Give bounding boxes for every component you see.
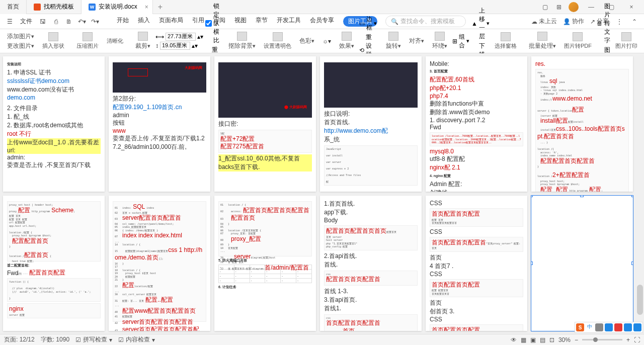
word-count[interactable]: 字数: 1090 <box>41 335 69 344</box>
tab-insert[interactable]: 插入 <box>138 16 150 27</box>
ime-zh-button[interactable]: 中 <box>586 323 594 331</box>
hamburger-icon[interactable]: ☰ <box>5 17 14 26</box>
brightness-button[interactable]: ☼▾ <box>319 38 334 45</box>
apps-icon[interactable]: ⊞ <box>554 3 564 12</box>
titlebar: 首页 找稻壳模板 安装说明.docx + ▢ ⊞ — ▢ × <box>0 0 644 14</box>
spellcheck-button[interactable]: ☑拼写检查▾ <box>75 335 112 344</box>
save-icon[interactable]: 🖫 <box>38 17 47 26</box>
to-pdf-button[interactable]: 图片转PDF <box>561 32 595 50</box>
tab-reference[interactable]: 引用 <box>192 16 204 27</box>
search-input[interactable]: 🔍 查找命令、搜索模板 <box>385 16 466 27</box>
lock-ratio-checkbox[interactable]: 锁定纵横比 <box>205 2 219 45</box>
person-icon: 👤 <box>563 18 571 25</box>
effects-button[interactable]: 效果▾ <box>336 32 357 50</box>
sharpen-button[interactable]: 清晰化 <box>104 37 126 45</box>
view-mode-1[interactable]: ▦ <box>521 336 526 343</box>
tab-vip[interactable]: 会员专享 <box>310 16 334 27</box>
fullscreen-icon[interactable]: ⛶ <box>634 336 640 343</box>
page-thumb-10[interactable]: 1.首页首线. app下载. Body 配置首页配置首页首页配置首页首页 ser… <box>320 196 422 331</box>
eye-icon[interactable]: 👁 <box>511 336 517 343</box>
page-thumb-12[interactable] <box>531 196 633 331</box>
zoom-in-button[interactable]: + <box>626 336 630 343</box>
ime-icon-1[interactable] <box>595 323 603 331</box>
statusbar: 页面: 12/12 字数: 1090 ☑拼写检查▾ ☑内容检查▾ 👁 ▦ ▣ ▤… <box>0 334 644 345</box>
cloud-icon: ☁ <box>531 18 537 25</box>
ime-icon-5[interactable] <box>633 323 641 331</box>
page-indicator[interactable]: 页面: 12/12 <box>4 335 35 344</box>
preview-icon[interactable]: 🗎 <box>64 17 73 26</box>
close-button[interactable]: × <box>624 4 639 11</box>
collab-button[interactable]: 👤协作 <box>563 17 584 26</box>
view-mode-2[interactable]: ▣ <box>530 336 536 343</box>
search-icon: 🔍 <box>391 18 398 25</box>
batch-button[interactable]: 批量处理▾ <box>526 32 559 50</box>
insert-shape-button[interactable]: 插入形状 <box>39 32 67 50</box>
tab-document[interactable]: 安装说明.docx <box>82 0 153 14</box>
compress-button[interactable]: 压缩图片 <box>73 32 102 50</box>
height-input[interactable] <box>160 42 190 50</box>
ime-icon-3[interactable] <box>614 323 622 331</box>
file-menu[interactable]: 文件 <box>18 17 34 26</box>
tab-dev[interactable]: 开发工具 <box>277 16 301 27</box>
contentcheck-button[interactable]: ☑内容检查▾ <box>118 335 155 344</box>
workspace: 安装说明 1. 申请SSL 证书 sslsslssl证书demo.com www… <box>0 53 636 334</box>
forward-button[interactable]: ▲上移一层▾ <box>471 7 490 41</box>
print-icon[interactable]: ⎙ <box>51 17 60 26</box>
page-thumb-3[interactable]: ⬤ 大剧源码网 接口密: 1配配置+72配置配置7275配置首 1_配置ssl.… <box>214 56 316 192</box>
redo-icon[interactable]: ↷▾ <box>91 17 100 26</box>
view-mode-4[interactable]: ⊡ <box>549 336 554 343</box>
page-thumb-6[interactable]: res. res. 服务 linux sql java index: 页数 - … <box>531 56 633 192</box>
print-image-button[interactable]: 图片打印 <box>612 32 640 50</box>
page-thumb-7[interactable]: proxy_set host | header host;proxy_配置 ht… <box>3 196 105 331</box>
tab-chapter[interactable]: 章节 <box>256 16 268 27</box>
share-icon: ↗ <box>590 18 595 25</box>
page-thumb-9[interactable]: 01 location / {02 access: 配置首页配置首页配置首03 … <box>214 196 316 331</box>
cloud-button[interactable]: ☁未上云 <box>531 17 557 26</box>
add-image-button[interactable]: 添加图片▾更改图片▾ <box>4 32 37 50</box>
ribbon: 添加图片▾更改图片▾ 插入形状 压缩图片 清晰化 裁剪▾ ⟷▴▾ ↕▴▾ 锁定纵… <box>0 29 644 53</box>
group-button[interactable]: ⊞组合▾ <box>452 33 469 50</box>
page-thumb-2[interactable]: 大剧源码网 第2部分: 配置99.190_1.109首页.cn admin 按钮… <box>109 56 210 192</box>
page-thumb-5[interactable]: Mobile: 3. 首页配置 配置配置,60首线 php配+20.1 php7… <box>426 56 527 192</box>
page-thumb-1[interactable]: 安装说明 1. 申请SSL 证书 sslsslssl证书demo.com www… <box>3 56 105 192</box>
ime-icon-4[interactable] <box>624 323 632 331</box>
layout-icon[interactable]: ▢ <box>540 3 549 12</box>
chevron-up-icon[interactable]: ⌃ <box>630 17 639 26</box>
transparent-button[interactable]: 设置透明色 <box>261 32 294 50</box>
width-input[interactable] <box>166 33 196 41</box>
tab-layout[interactable]: 页面布局 <box>159 16 183 27</box>
align-button[interactable]: 对齐▾ <box>406 37 427 45</box>
select-pane-button[interactable]: 选择窗格 <box>492 32 520 50</box>
remove-bg-button[interactable]: 抠除背景▾ <box>225 32 259 50</box>
wrap-button[interactable]: 环绕▾ <box>429 32 450 50</box>
avatar[interactable] <box>569 2 579 12</box>
to-text-button[interactable]: 🗎图片转文字 <box>597 2 610 45</box>
page-thumb-4[interactable]: 接口说明: 首页首线. http://www.demo.com配 系_统 Jav… <box>320 56 422 192</box>
new-tab-button[interactable]: + <box>153 3 168 12</box>
border-button[interactable]: ▭边框▾ <box>359 15 377 32</box>
view-mode-3[interactable]: ▤ <box>540 336 545 343</box>
crop-button[interactable]: 裁剪▾ <box>132 32 153 50</box>
page-thumb-11[interactable]: CSS 首页配置首页配置配置 首页首页配置首页配置首首 CSS 首页配置首页配置… <box>426 196 527 331</box>
page-thumb-8[interactable]: 01 index: SQL index02 首页 = socket.配置03 s… <box>109 196 210 331</box>
rotate-button[interactable]: 旋转▾ <box>383 32 404 50</box>
menubar: ☰ 文件 🖫 ⎙ 🗎 ↶▾ ↷▾ 开始 插入 页面布局 引用 审阅 视图 章节 … <box>0 14 644 29</box>
more-icon[interactable]: ⋮ <box>615 17 624 26</box>
color-button[interactable]: 色彩▾ <box>296 37 317 45</box>
tab-view[interactable]: 视图 <box>234 16 247 27</box>
vertical-scrollbar[interactable] <box>636 53 644 334</box>
brightness-icon: ☼▾ <box>323 38 331 45</box>
ime-s-icon[interactable]: S <box>576 323 584 331</box>
ime-icon-2[interactable] <box>605 323 613 331</box>
ime-toolbar: S 中 <box>575 322 643 333</box>
zoom-value[interactable]: 30% <box>558 336 571 343</box>
undo-icon[interactable]: ↶▾ <box>77 17 87 26</box>
zoom-slider[interactable] <box>582 339 622 340</box>
tab-start[interactable]: 开始 <box>117 16 129 27</box>
tab-home[interactable]: 首页 <box>0 0 27 14</box>
zoom-out-button[interactable]: − <box>575 336 578 343</box>
tab-template[interactable]: 找稻壳模板 <box>27 0 82 14</box>
